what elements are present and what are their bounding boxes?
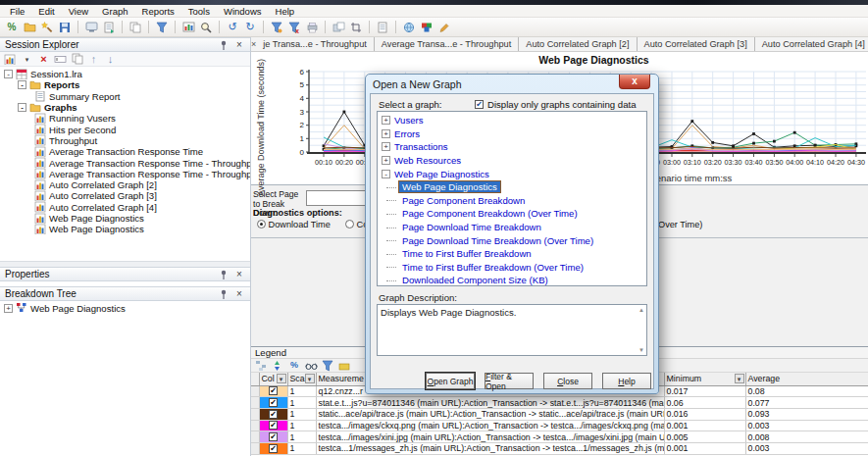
tab-2[interactable]: Auto Correlated Graph [2] xyxy=(519,37,637,51)
session-tree-item[interactable]: Average Transaction Response Time - Thro… xyxy=(0,157,250,168)
menu-windows[interactable]: Windows xyxy=(217,6,269,17)
session-tree-item[interactable]: Web Page Diagnostics xyxy=(0,224,250,234)
undo-icon[interactable]: ↺ xyxy=(225,20,240,35)
session-tree-item[interactable]: Auto Correlated Graph [3] xyxy=(0,190,250,201)
radio-icon[interactable] xyxy=(345,220,354,228)
column-dropdown-icon[interactable]: ▾ xyxy=(277,374,286,383)
move-down-icon[interactable]: ↓ xyxy=(104,53,117,66)
scroll-down-icon[interactable]: ▼ xyxy=(638,347,644,353)
annotate-icon[interactable] xyxy=(436,20,452,35)
legend-col-minimum[interactable]: Minimum▾ xyxy=(664,373,745,385)
close-button[interactable]: Close xyxy=(543,373,592,389)
dropdown-icon[interactable]: ▾ xyxy=(21,53,33,66)
row-color-cell[interactable]: ✔ xyxy=(259,385,287,397)
rename-item-icon[interactable] xyxy=(54,53,67,66)
new-graph-wand-icon[interactable] xyxy=(39,20,55,35)
menu-file[interactable]: File xyxy=(3,6,31,17)
close-icon[interactable]: × xyxy=(233,288,245,300)
dialog-tree-item[interactable]: Web Page Diagnostics xyxy=(380,180,646,194)
legend-col-scale[interactable]: Sca▾ xyxy=(287,373,316,385)
tab-0[interactable]: je Transa...e - Throughput xyxy=(256,37,375,51)
hierarchy-icon[interactable] xyxy=(254,359,268,372)
close-icon[interactable]: × xyxy=(233,269,245,280)
menu-reports[interactable]: Reports xyxy=(135,6,181,17)
report-viewer-icon[interactable] xyxy=(83,20,99,35)
view-measurements-icon[interactable] xyxy=(304,359,318,372)
graph-description-box[interactable]: Displays Web Page Diagnostics. ▲ ▼ xyxy=(377,304,647,356)
session-tree-item[interactable]: Average Transaction Response Time - Thro… xyxy=(0,169,250,179)
breakdown-tree-item[interactable]: + Web Page Diagnostics xyxy=(0,301,250,313)
menu-view[interactable]: View xyxy=(62,6,95,17)
menu-graph[interactable]: Graph xyxy=(95,6,134,17)
session-tree-item[interactable]: Web Page Diagnostics xyxy=(0,213,250,224)
row-checkbox[interactable]: ✔ xyxy=(269,410,278,419)
graph-image-icon[interactable] xyxy=(180,20,196,35)
display-only-graphs-checkbox[interactable]: ✔ Display only graphs containing data xyxy=(475,99,636,110)
dialog-tree-item[interactable]: Downloaded Component Size (KB) xyxy=(380,274,646,286)
copy-graph-icon[interactable] xyxy=(128,20,143,35)
filter-open-button[interactable]: Filter & Open xyxy=(485,373,534,389)
row-measurement[interactable]: testca.../images/ckxq.png (main URL):Act… xyxy=(316,420,664,431)
row-color-cell[interactable]: ✔ xyxy=(259,408,287,420)
session-tree-item[interactable]: Auto Correlated Graph [2] xyxy=(0,179,250,190)
row-scale[interactable]: 1 xyxy=(287,431,316,443)
dialog-tree-item[interactable]: Page Download Time Breakdown (Over Time) xyxy=(380,233,646,247)
expand-icon[interactable]: - xyxy=(382,170,390,178)
row-scale[interactable]: 1 xyxy=(287,420,316,431)
apply-filter-icon[interactable] xyxy=(269,20,284,35)
session-tree-item[interactable]: Average Transaction Response Time xyxy=(0,146,250,157)
legend-row[interactable]: ✔ 1 stat.e.t...js?u=874011346 (main URL)… xyxy=(251,397,868,409)
tab-1[interactable]: Average Transa...e - Throughput xyxy=(375,37,519,51)
radio-icon[interactable] xyxy=(257,220,266,228)
crop-frame-icon[interactable] xyxy=(348,20,364,35)
row-color-cell[interactable]: ✔ xyxy=(259,397,287,409)
send-back-icon[interactable] xyxy=(331,20,346,35)
clear-filter-icon[interactable]: x xyxy=(286,20,302,35)
page-blank-icon[interactable] xyxy=(375,20,390,35)
session-tree-item[interactable]: Throughput xyxy=(0,135,250,146)
filter-legend-icon[interactable] xyxy=(321,359,334,372)
legend-col-color[interactable]: Col▾ xyxy=(259,373,287,385)
color-cube-icon[interactable] xyxy=(419,20,434,35)
dialog-tree-item[interactable]: -Web Page Diagnostics xyxy=(380,167,646,180)
menu-tools[interactable]: Tools xyxy=(181,6,217,17)
legend-row[interactable]: ✔ 1 testca.../images/ckxq.png (main URL)… xyxy=(251,420,868,431)
redo-icon[interactable]: ↻ xyxy=(242,20,258,35)
help-button[interactable]: Help xyxy=(602,373,651,389)
dialog-tree-item[interactable]: Page Component Breakdown (Over Time) xyxy=(380,207,646,221)
tab-3[interactable]: Auto Correlated Graph [3] xyxy=(638,37,755,51)
session-tree-item[interactable]: -Reports xyxy=(0,79,250,90)
session-tree-item[interactable]: Summary Report xyxy=(0,91,250,102)
tab-4[interactable]: Auto Correlated Graph [4] xyxy=(755,37,868,51)
checkbox-icon[interactable]: ✔ xyxy=(475,100,484,109)
expand-icon[interactable]: + xyxy=(382,142,390,151)
column-dropdown-icon[interactable]: ▾ xyxy=(305,374,315,383)
link-globe-icon[interactable] xyxy=(401,20,417,35)
pin-icon[interactable] xyxy=(218,288,230,300)
row-measurement[interactable]: stat.e.t...js?u=874011346 (main URL):Act… xyxy=(316,397,664,409)
row-checkbox[interactable]: ✔ xyxy=(269,398,278,407)
session-tree-item[interactable]: Hits per Second xyxy=(0,124,250,134)
row-color-cell[interactable]: ✔ xyxy=(259,431,287,443)
session-tree-item[interactable]: Running Vusers xyxy=(0,113,250,124)
dialog-tree-item[interactable]: +Web Resources xyxy=(380,154,646,168)
zoom-time-icon[interactable] xyxy=(198,20,214,35)
export-page-icon[interactable] xyxy=(101,20,117,35)
expand-icon[interactable]: + xyxy=(382,129,390,138)
diagnostics-radio-0[interactable]: Download Time xyxy=(257,220,331,229)
open-session-icon[interactable] xyxy=(22,20,37,35)
row-measurement[interactable]: testca...1/messages_zh.js (main URL):Act… xyxy=(316,442,664,454)
row-measurement[interactable]: testca.../images/xini.jpg (main URL):Act… xyxy=(316,431,664,443)
dialog-tree-item[interactable]: +Vusers xyxy=(380,114,646,127)
row-checkbox[interactable]: ✔ xyxy=(269,444,278,453)
close-icon[interactable]: × xyxy=(233,39,245,51)
export-legend-icon[interactable] xyxy=(337,359,351,372)
dialog-tree-item[interactable]: Page Download Time Breakdown xyxy=(380,221,646,234)
dialog-tree-item[interactable]: Time to First Buffer Breakdown (Over Tim… xyxy=(380,261,646,275)
row-color-cell[interactable]: ✔ xyxy=(259,442,287,454)
duplicate-item-icon[interactable] xyxy=(71,53,83,66)
move-up-icon[interactable]: ↑ xyxy=(87,53,100,66)
expand-icon[interactable]: - xyxy=(18,80,26,89)
pin-icon[interactable] xyxy=(218,269,230,280)
expand-icon[interactable]: + xyxy=(4,304,13,313)
